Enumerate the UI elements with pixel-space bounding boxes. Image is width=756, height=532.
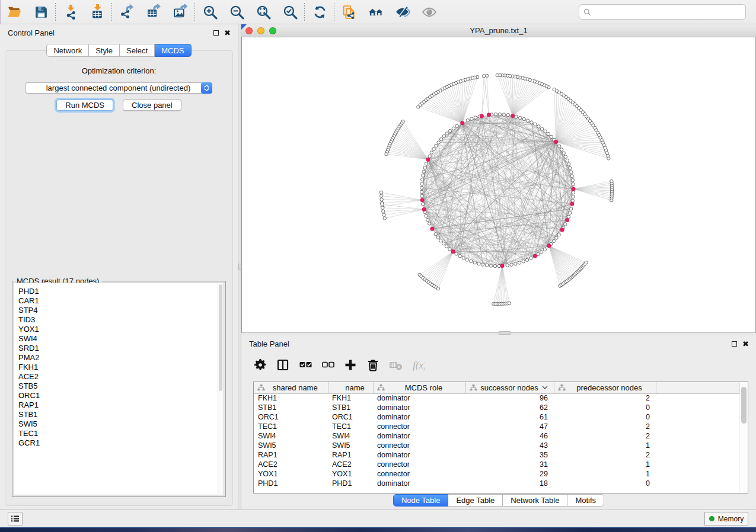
table-scrollbar[interactable] [739,383,747,492]
table-row[interactable]: TEC1TEC1connector472 [254,422,739,431]
export-network-button[interactable] [113,2,140,22]
mcds-result-node[interactable]: FKH1 [14,363,224,372]
mcds-result-node[interactable]: RAP1 [14,400,224,410]
close-panel-icon[interactable]: ✖ [224,30,231,36]
column-header[interactable]: predecessor nodes [554,382,656,393]
mcds-result-node[interactable]: TID3 [14,315,224,325]
zoom-in-button[interactable] [196,2,223,22]
control-tab-network[interactable]: Network [46,44,89,57]
close-table-panel-icon[interactable]: ✖ [742,341,749,347]
mcds-result-node[interactable]: SRD1 [14,344,224,353]
deselect-all-checkboxes-icon [321,358,335,372]
table-row[interactable]: RAP1RAP1dominator352 [254,450,739,460]
close-panel-button[interactable]: Close panel [123,100,181,111]
table-cell: dominator [373,450,465,460]
table-cell: TEC1 [328,422,373,431]
search-box[interactable] [579,4,746,20]
table-row[interactable]: FKH1FKH1dominator962 [254,393,739,403]
show-basic-panels-button[interactable] [362,2,389,22]
zoom-out-button[interactable] [223,2,250,22]
import-network-button[interactable] [57,2,84,22]
table-panel-title: Table Panel [249,339,289,348]
table-tab-network-table[interactable]: Network Table [503,494,567,507]
console-button[interactable] [8,512,23,525]
table-scrollbar-thumb[interactable] [741,387,747,424]
table-cell: SWI5 [328,441,373,450]
network-canvas[interactable] [241,37,756,333]
control-tab-select[interactable]: Select [120,44,155,57]
function-builder-icon: f(x) [411,358,425,372]
float-table-panel-icon[interactable] [732,341,737,347]
export-network-icon [119,4,135,20]
deselect-all-checkboxes-button[interactable] [321,358,335,372]
open-file-button[interactable] [1,2,27,22]
criterion-dropdown[interactable]: largest connected component (undirected) [25,82,212,94]
select-all-checkboxes-button[interactable] [298,358,312,372]
export-image-button[interactable] [167,2,193,22]
search-input[interactable] [594,8,741,16]
fit-selected-button[interactable] [276,2,303,22]
column-header-label: predecessor nodes [576,383,642,392]
table-tab-edge-table[interactable]: Edge Table [448,494,503,507]
network-graph[interactable] [242,37,755,332]
mcds-result-node[interactable]: GCR1 [14,438,224,448]
show-all-button[interactable] [416,2,442,22]
table-cell: ORC1 [328,412,373,422]
delete-column-button[interactable] [366,358,380,372]
table-row[interactable]: STB1STB1dominator620 [254,403,739,412]
export-table-button[interactable] [140,2,167,22]
memory-button[interactable]: Memory [704,512,748,525]
result-list-scrollbar[interactable] [218,284,223,494]
add-column-button[interactable] [343,358,358,372]
mcds-result-node[interactable]: STP4 [14,306,224,315]
clone-network-button[interactable] [336,2,362,22]
mcds-result-node[interactable]: SWI4 [14,334,224,344]
column-header[interactable]: name [328,382,373,393]
table-cell: dominator [373,403,465,412]
table-row[interactable]: YOX1YOX1connector291 [254,469,739,479]
show-all-icon [422,4,437,20]
import-table-button[interactable] [84,2,110,22]
control-tab-mcds[interactable]: MCDS [155,44,191,57]
mcds-result-node[interactable]: PMA2 [14,353,224,363]
show-column-icon [276,358,290,372]
run-mcds-button[interactable]: Run MCDS [56,100,113,111]
table-cell: connector [373,469,465,479]
mcds-result-node[interactable]: SWI5 [14,419,224,429]
table-tab-motifs[interactable]: Motifs [567,494,604,507]
mcds-result-node[interactable]: ACE2 [14,372,224,382]
table-options-gear-button[interactable] [253,358,267,372]
column-header[interactable]: shared name [254,382,328,393]
mcds-result-node[interactable]: PHD1 [14,287,224,296]
float-panel-icon[interactable] [213,30,219,36]
mcds-result-node[interactable]: CAR1 [14,296,224,306]
mcds-result-node[interactable]: STB5 [14,382,224,391]
fit-content-button[interactable] [250,2,276,22]
table-cell: FKH1 [254,393,328,403]
table-row[interactable]: SWI5SWI5connector431 [254,441,739,450]
column-header-filler [656,382,739,393]
control-tab-style[interactable]: Style [89,44,120,57]
show-column-button[interactable] [276,358,290,372]
mcds-result-node[interactable]: ORC1 [14,391,224,400]
network-window-titlebar[interactable]: YPA_prune.txt_1 [241,24,756,37]
table-cell: 2 [554,450,656,460]
save-session-button[interactable] [27,2,54,22]
mcds-result-node[interactable]: TEC1 [14,429,224,438]
table-tab-node-table[interactable]: Node Table [393,494,449,507]
mcds-result-list[interactable]: PHD1CAR1STP4TID3YOX1SWI4SRD1PMA2FKH1ACE2… [14,283,224,495]
column-header[interactable]: successor nodes [465,382,554,393]
mcds-result-node[interactable]: STB1 [14,410,224,419]
column-header[interactable]: MCDS role [373,382,465,393]
table-row[interactable]: ORC1ORC1dominator610 [254,412,739,422]
table-row[interactable]: PHD1PHD1dominator180 [254,479,739,488]
refresh-network-button[interactable] [306,2,333,22]
selected-network-corner-marker [241,24,247,30]
toolbar-separator [194,3,195,21]
table-row[interactable]: SWI4SWI4dominator462 [254,431,739,441]
table-row[interactable]: ACE2ACE2connector311 [254,460,739,469]
dropdown-stepper-icon [201,82,212,94]
mcds-result-node[interactable]: YOX1 [14,325,224,334]
hide-selected-button[interactable] [389,2,416,22]
mcds-tab-panel: Optimization criterion: largest connecte… [5,50,233,506]
